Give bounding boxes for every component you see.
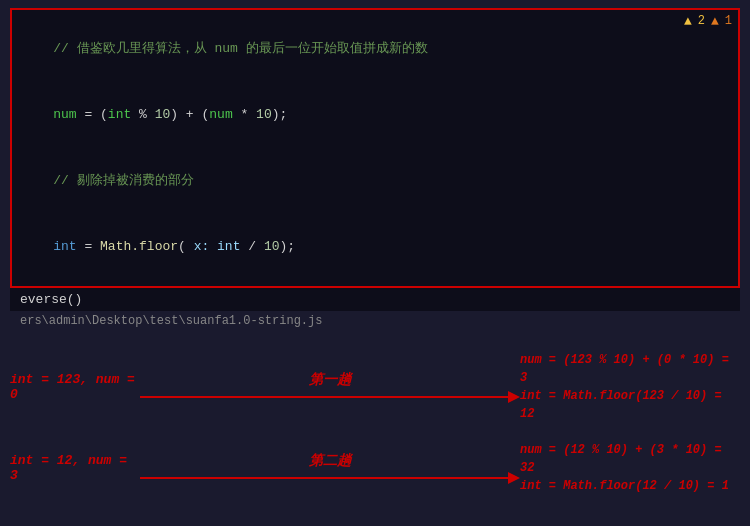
iter2-arrow: 第二趟 bbox=[140, 452, 520, 484]
iter1-result: num = (123 % 10) + (0 * 10) = 3 int = Ma… bbox=[520, 351, 740, 423]
code-editor: ▲ 2 ▲ 1 // 借鉴欧几里得算法，从 num 的最后一位开始取值拼成新的数… bbox=[10, 8, 740, 288]
code-comment2: // 剔除掉被消费的部分 bbox=[22, 148, 728, 214]
iter1-arrow-body bbox=[140, 396, 508, 398]
iter1-arrow-head bbox=[508, 391, 520, 403]
iter1-label: 第一趟 bbox=[309, 371, 351, 389]
iter1-arrow: 第一趟 bbox=[140, 371, 520, 403]
function-label: everse() bbox=[10, 288, 740, 311]
code-line1: num = (int % 10) + (num * 10); bbox=[22, 82, 728, 148]
warning-orange-icon: ▲ bbox=[711, 14, 719, 29]
iter2-label: 第二趟 bbox=[309, 452, 351, 470]
iter2-arrow-body bbox=[140, 477, 508, 479]
code-line2: int = Math.floor( x: int / 10); bbox=[22, 214, 728, 280]
code-comment1: // 借鉴欧几里得算法，从 num 的最后一位开始取值拼成新的数 bbox=[22, 16, 728, 82]
warning-icons: ▲ 2 ▲ 1 bbox=[684, 14, 732, 29]
iteration-row-2: int = 12, num = 3 第二趟 num = (12 % 10) + … bbox=[10, 441, 740, 495]
warning-orange-count: 1 bbox=[725, 14, 732, 29]
iteration-row-1: int = 123, num = 0 第一趟 num = (123 % 10) … bbox=[10, 351, 740, 423]
iter2-left: int = 12, num = 3 bbox=[10, 453, 140, 483]
warning-yellow-count: 2 bbox=[698, 14, 705, 29]
warning-yellow-icon: ▲ bbox=[684, 14, 692, 29]
iter2-arrow-head bbox=[508, 472, 520, 484]
iter2-result: num = (12 % 10) + (3 * 10) = 32 int = Ma… bbox=[520, 441, 740, 495]
iter1-arrow-line bbox=[140, 391, 520, 403]
iter1-left: int = 123, num = 0 bbox=[10, 372, 140, 402]
iter2-arrow-line bbox=[140, 472, 520, 484]
file-path: ers\admin\Desktop\test\suanfa1.0-string.… bbox=[10, 311, 740, 331]
diagram-area: int = 123, num = 0 第一趟 num = (123 % 10) … bbox=[10, 331, 740, 526]
